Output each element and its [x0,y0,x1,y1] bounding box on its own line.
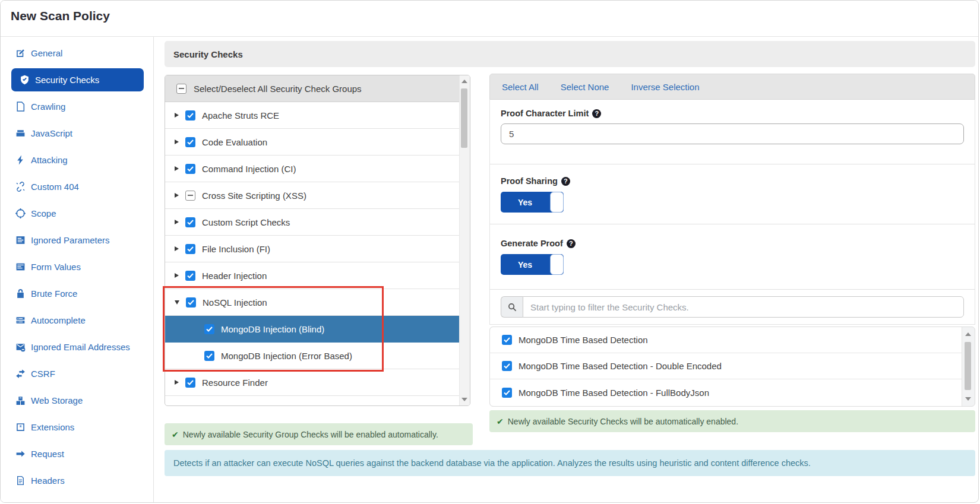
tree-check-row[interactable]: MongoDB Injection (Error Based) [165,343,460,369]
checks-list-scrollbar[interactable] [962,327,975,406]
tree-group-row[interactable]: Header Injection [165,262,460,289]
sidebar-item-ignored-parameters[interactable]: Ignored Parameters [1,227,153,253]
check-icon: ✔ [497,417,504,426]
sidebar-item-ignored-email-addresses[interactable]: Ignored Email Addresses [1,334,153,360]
security-check-row[interactable]: MongoDB Time Based Detection - FullBodyJ… [490,379,962,405]
checked-checkbox-icon[interactable] [185,217,195,227]
help-icon[interactable]: ? [592,109,601,118]
select-none-link[interactable]: Select None [561,82,609,92]
file-text-icon [15,476,26,486]
tree-group-row[interactable]: NoSQL Injection [165,289,460,316]
proof-character-limit-input[interactable] [501,123,964,144]
list-box-icon [15,235,26,245]
caret-right-icon[interactable] [175,166,179,171]
checked-checkbox-icon[interactable] [204,351,214,361]
sidebar-item-brute-force[interactable]: Brute Force [1,280,153,307]
caret-right-icon[interactable] [175,193,179,198]
checked-checkbox-icon[interactable] [185,110,195,121]
sidebar-item-web-storage[interactable]: Web Storage [1,387,153,414]
caret-right-icon[interactable] [175,273,179,278]
sidebar-item-label: Extensions [31,422,74,432]
checked-checkbox-icon[interactable] [185,244,195,254]
caret-right-icon[interactable] [175,220,179,224]
scroll-down-icon[interactable] [965,397,971,401]
tree-group-row[interactable]: Code Evaluation [165,129,460,156]
title-bar: New Scan Policy [1,1,978,37]
scroll-up-icon[interactable] [965,332,971,336]
security-check-row[interactable]: MongoDB Time Based Detection [490,327,962,353]
caret-down-icon[interactable] [175,300,179,305]
sidebar-item-csrf[interactable]: CSRF [1,360,153,387]
caret-right-icon[interactable] [175,246,179,251]
checked-checkbox-icon[interactable] [185,271,195,281]
tree-check-row[interactable]: MongoDB Injection (Blind) [165,316,460,343]
tree-group-label: Resource Finder [202,378,268,388]
tree-group-label: NoSQL Injection [203,297,267,308]
checked-checkbox-icon[interactable] [502,388,512,398]
filter-section [490,290,975,324]
scrollbar-thumb[interactable] [965,342,971,390]
tree-group-label: Header Injection [202,271,267,281]
checked-checkbox-icon[interactable] [502,335,512,345]
sidebar-item-custom-404[interactable]: Custom 404 [1,173,153,200]
proof-sharing-label: Proof Sharing [501,176,558,186]
generate-proof-toggle[interactable]: Yes [501,254,564,275]
toggle-knob [550,192,564,213]
checked-checkbox-icon[interactable] [186,297,196,308]
scroll-up-icon[interactable] [461,80,467,83]
sidebar-item-headers[interactable]: Headers [1,467,153,494]
scrollbar-thumb[interactable] [461,88,467,148]
generate-proof-section: Generate Proof ? Yes [490,224,975,290]
help-icon[interactable]: ? [567,239,576,248]
tree-group-label: Cross Site Scripting (XSS) [202,191,306,201]
sidebar-item-label: Scope [31,208,56,218]
sidebar-item-scope[interactable]: Scope [1,200,153,227]
tree-scrollbar[interactable] [459,75,470,405]
bolt-icon [15,155,26,165]
sidebar-item-request[interactable]: Request [1,440,153,467]
select-all-link[interactable]: Select All [502,82,539,92]
sidebar-item-label: CSRF [31,369,55,379]
sidebar-item-crawling[interactable]: Crawling [1,93,153,120]
inverse-selection-link[interactable]: Inverse Selection [631,82,699,92]
tree-group-row[interactable]: Custom Script Checks [165,209,460,236]
caret-right-icon[interactable] [175,380,179,385]
page-title: New Scan Policy [11,9,110,23]
tree-group-row[interactable]: Cross Site Scripting (XSS) [165,182,460,209]
filter-input[interactable] [523,296,964,318]
sidebar-item-label: General [31,48,62,58]
sidebar-item-label: Form Values [31,262,81,272]
tree-group-row[interactable]: Resource Finder [165,369,460,396]
indeterminate-checkbox-icon[interactable] [185,191,195,201]
sidebar-item-autocomplete[interactable]: Autocomplete [1,307,153,334]
caret-right-icon[interactable] [175,113,179,118]
sidebar-item-form-values[interactable]: Form Values [1,253,153,280]
help-icon[interactable]: ? [561,177,570,186]
scroll-down-icon[interactable] [461,398,467,401]
security-check-label: MongoDB Time Based Detection [519,335,648,345]
indeterminate-checkbox-icon[interactable] [176,84,186,94]
tree-group-row[interactable]: Command Injection (CI) [165,156,460,182]
sidebar-item-security-checks[interactable]: Security Checks [11,68,144,91]
sidebar-item-javascript[interactable]: JavaScript [1,120,153,147]
sidebar-item-attacking[interactable]: Attacking [1,147,153,173]
tree-group-row[interactable]: File Inclusion (FI) [165,236,460,262]
checked-checkbox-icon[interactable] [185,164,195,174]
mail-minus-icon [15,342,26,352]
checked-checkbox-icon[interactable] [185,378,195,388]
sidebar-item-general[interactable]: General [1,40,153,66]
select-deselect-all-row[interactable]: Select/Deselect All Security Check Group… [165,75,460,102]
tree-group-row[interactable]: Apache Struts RCE [165,102,460,129]
security-check-row[interactable]: MongoDB Time Based Detection - Double En… [490,353,962,379]
checked-checkbox-icon[interactable] [502,361,512,371]
checked-checkbox-icon[interactable] [185,137,195,147]
sidebar-item-label: Ignored Email Addresses [31,342,130,352]
tree-check-label: MongoDB Injection (Error Based) [221,351,352,361]
checks-auto-enable-note: ✔ Newly available Security Checks will b… [489,410,975,432]
sidebar-item-label: Headers [31,476,65,486]
checked-checkbox-icon[interactable] [204,324,214,334]
caret-right-icon[interactable] [175,140,179,144]
security-checks-list: MongoDB Time Based DetectionMongoDB Time… [489,327,975,407]
proof-sharing-toggle[interactable]: Yes [501,192,564,213]
sidebar-item-extensions[interactable]: *Extensions [1,414,153,440]
